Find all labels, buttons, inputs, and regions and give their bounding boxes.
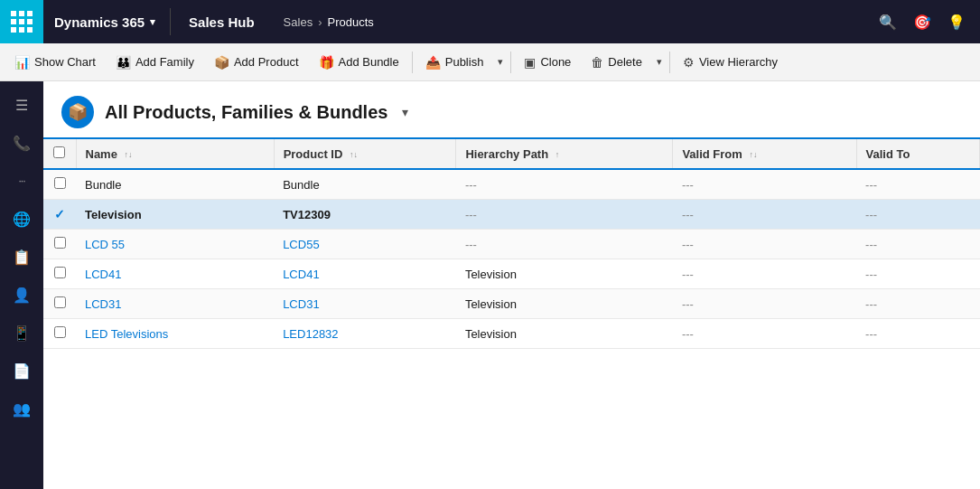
row-checkbox[interactable] <box>54 296 66 308</box>
row-product-id-cell[interactable]: LCD55 <box>274 230 456 259</box>
dash-placeholder: --- <box>865 238 877 251</box>
view-hierarchy-icon: ⚙ <box>683 55 695 70</box>
row-name-cell[interactable]: LCD31 <box>76 289 274 319</box>
sidebar-item-doc[interactable]: 📄 <box>5 354 38 387</box>
dash-placeholder: --- <box>465 238 477 251</box>
breadcrumb-sales[interactable]: Sales <box>284 15 313 29</box>
apps-button[interactable] <box>0 0 43 43</box>
delete-button[interactable]: 🗑 Delete <box>582 50 651 75</box>
row-hierarchy-path-cell: Television <box>456 259 673 289</box>
row-valid-to-cell: --- <box>856 289 979 319</box>
page-title-chevron-icon[interactable]: ▾ <box>402 105 408 119</box>
product-id-sort-icon: ↑↓ <box>350 150 358 159</box>
main-layout: ☰ 📞 ··· 🌐 📋 👤 📱 📄 👥 📦 All Products, Fami… <box>0 81 980 489</box>
product-table-container: Name ↑↓ Product ID ↑↓ Hierarchy Path ↑ V… <box>43 139 980 476</box>
sidebar-item-person[interactable]: 👤 <box>5 278 38 311</box>
publish-dropdown-icon[interactable]: ▾ <box>494 51 507 73</box>
row-check-cell[interactable] <box>43 259 76 289</box>
row-valid-to-cell: --- <box>856 200 979 230</box>
breadcrumb-sep: › <box>318 15 322 29</box>
row-name-cell[interactable]: Television <box>76 200 274 230</box>
row-check-cell[interactable] <box>43 319 76 349</box>
add-product-button[interactable]: 📦 Add Product <box>205 50 308 75</box>
row-hierarchy-path-cell: Television <box>456 289 673 319</box>
table-row[interactable]: BundleBundle--------- <box>43 169 980 200</box>
dynamics-chevron-icon: ▾ <box>150 16 155 28</box>
col-hierarchy-path[interactable]: Hierarchy Path ↑ <box>456 139 673 169</box>
dynamics-365-nav[interactable]: Dynamics 365 ▾ <box>43 14 166 30</box>
row-check-cell[interactable]: ✓ <box>43 200 76 230</box>
add-product-icon: 📦 <box>214 55 229 70</box>
table-row[interactable]: LCD41LCD41Television------ <box>43 259 980 289</box>
publish-button[interactable]: 📤 Publish <box>416 50 493 75</box>
row-valid-to-cell: --- <box>856 230 979 259</box>
sidebar-item-calls[interactable]: 📱 <box>5 316 38 349</box>
add-bundle-button[interactable]: 🎁 Add Bundle <box>310 50 408 75</box>
row-checkbox[interactable] <box>54 237 66 249</box>
sidebar-item-user[interactable]: 👥 <box>5 392 38 425</box>
view-hierarchy-label: View Hierarchy <box>699 55 778 69</box>
row-name-cell[interactable]: LED Televisions <box>76 319 274 349</box>
row-product-id-cell[interactable]: LCD31 <box>274 289 456 319</box>
col-valid-to[interactable]: Valid To <box>856 139 979 169</box>
dash-placeholder: --- <box>682 208 694 221</box>
product-table: Name ↑↓ Product ID ↑↓ Hierarchy Path ↑ V… <box>43 139 980 349</box>
delete-dropdown-icon[interactable]: ▾ <box>653 51 666 73</box>
add-product-label: Add Product <box>234 55 299 69</box>
table-row[interactable]: LCD31LCD31Television------ <box>43 289 980 319</box>
add-family-label: Add Family <box>135 55 194 69</box>
dash-placeholder: --- <box>682 178 694 192</box>
row-name-cell[interactable]: LCD 55 <box>76 230 274 259</box>
row-name-cell[interactable]: Bundle <box>76 169 274 200</box>
row-hierarchy-path-cell: Television <box>456 319 673 349</box>
row-valid-from-cell: --- <box>673 319 856 349</box>
search-nav-icon[interactable]: 🔍 <box>879 14 897 31</box>
row-check-cell[interactable] <box>43 230 76 259</box>
row-hierarchy-path-cell: --- <box>456 230 673 259</box>
dash-placeholder: --- <box>682 268 694 281</box>
row-check-cell[interactable] <box>43 289 76 319</box>
row-product-id-cell[interactable]: Bundle <box>274 169 456 200</box>
row-valid-to-cell: --- <box>856 259 979 289</box>
sidebar-item-menu[interactable]: ☰ <box>5 89 38 121</box>
view-hierarchy-button[interactable]: ⚙ View Hierarchy <box>674 50 787 75</box>
show-chart-label: Show Chart <box>34 55 96 69</box>
col-name[interactable]: Name ↑↓ <box>76 139 274 169</box>
table-row[interactable]: LCD 55LCD55--------- <box>43 230 980 259</box>
target-nav-icon[interactable]: 🎯 <box>913 14 931 31</box>
sidebar-item-clipboard[interactable]: 📋 <box>5 240 38 273</box>
clone-button[interactable]: ▣ Clone <box>515 50 580 75</box>
dash-placeholder: --- <box>682 327 694 341</box>
show-chart-button[interactable]: 📊 Show Chart <box>5 50 105 75</box>
top-navigation: Dynamics 365 ▾ Sales Hub Sales › Product… <box>0 0 980 43</box>
table-row[interactable]: ✓TelevisionTV12309--------- <box>43 200 980 230</box>
col-check[interactable] <box>43 139 76 169</box>
row-hierarchy-path-cell: --- <box>456 169 673 200</box>
page-header: 📦 All Products, Families & Bundles ▾ <box>43 81 980 139</box>
row-checkbox[interactable] <box>54 267 66 278</box>
row-checkbox[interactable] <box>54 177 66 189</box>
col-valid-from[interactable]: Valid From ↑↓ <box>673 139 856 169</box>
dash-placeholder: --- <box>865 297 877 311</box>
row-product-id-cell[interactable]: TV12309 <box>274 200 456 230</box>
table-row[interactable]: LED TelevisionsLED12832Television------ <box>43 319 980 349</box>
row-check-cell[interactable] <box>43 169 76 200</box>
row-product-id-cell[interactable]: LED12832 <box>274 319 456 349</box>
delete-label: Delete <box>608 55 642 69</box>
lightbulb-nav-icon[interactable]: 💡 <box>947 14 966 31</box>
dynamics-label: Dynamics 365 <box>54 14 145 30</box>
sidebar-item-globe[interactable]: 🌐 <box>5 202 38 235</box>
dash-placeholder: --- <box>865 268 877 281</box>
row-name-cell[interactable]: LCD41 <box>76 259 274 289</box>
toolbar-sep-2 <box>510 52 511 73</box>
sidebar-item-more[interactable]: ··· <box>5 165 38 197</box>
sidebar-item-phone[interactable]: 📞 <box>5 127 38 159</box>
select-all-checkbox[interactable] <box>53 146 65 158</box>
add-family-button[interactable]: 👪 Add Family <box>107 50 203 75</box>
row-checkbox[interactable] <box>54 326 66 338</box>
col-product-id[interactable]: Product ID ↑↓ <box>274 139 456 169</box>
add-bundle-label: Add Bundle <box>339 55 399 69</box>
row-product-id-cell[interactable]: LCD41 <box>274 259 456 289</box>
toolbar-sep-3 <box>669 52 670 73</box>
publish-icon: 📤 <box>425 55 441 70</box>
